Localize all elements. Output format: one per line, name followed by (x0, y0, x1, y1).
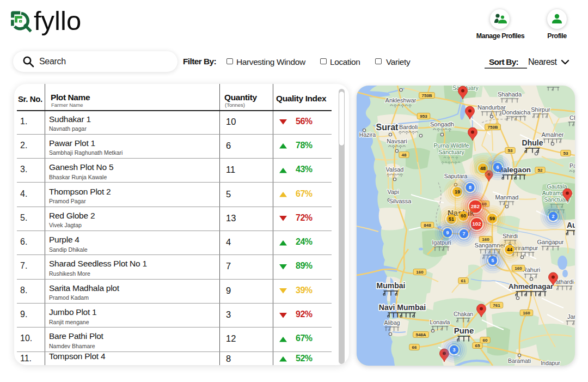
svg-text:Baramati: Baramati (508, 357, 531, 364)
svg-text:66: 66 (412, 345, 417, 350)
svg-text:Navi Mumbai: Navi Mumbai (379, 303, 426, 312)
svg-text:53: 53 (564, 151, 568, 156)
svg-text:Shahada: Shahada (498, 91, 522, 98)
svg-text:548A: 548A (415, 332, 426, 337)
svg-text:Valsad: Valsad (386, 166, 404, 173)
svg-text:Pac: Pac (569, 162, 575, 169)
svg-text:Gangapur: Gangapur (537, 239, 564, 245)
svg-text:753B: 753B (487, 125, 498, 130)
svg-text:52: 52 (538, 168, 543, 173)
svg-text:160: 160 (514, 266, 522, 271)
svg-text:160: 160 (523, 311, 530, 316)
svg-text:Jamk: Jamk (567, 313, 575, 320)
svg-text:Gautala: Gautala (547, 183, 567, 190)
svg-text:753B: 753B (421, 93, 432, 98)
svg-text:53: 53 (508, 148, 513, 153)
svg-text:48: 48 (402, 153, 407, 157)
svg-text:Hazira: Hazira (359, 131, 376, 138)
svg-text:Shirpur: Shirpur (531, 106, 550, 113)
svg-text:Mumbai: Mumbai (377, 281, 406, 290)
svg-text:Auran: Auran (567, 221, 575, 229)
svg-text:Chakan: Chakan (454, 311, 473, 317)
svg-text:Lonavla: Lonavla (430, 319, 450, 325)
svg-text:Manmad: Manmad (495, 194, 519, 201)
svg-text:Vapi: Vapi (387, 189, 399, 195)
svg-text:Sanctuary: Sanctuary (438, 149, 464, 155)
svg-text:8: 8 (469, 185, 471, 190)
svg-text:9: 9 (446, 230, 449, 235)
svg-text:Silvassa: Silvassa (389, 198, 412, 204)
svg-text:160: 160 (416, 270, 424, 275)
svg-text:7: 7 (462, 231, 465, 237)
svg-text:Navsari: Navsari (387, 138, 407, 144)
svg-text:953: 953 (420, 114, 427, 119)
svg-text:athardi: athardi (555, 278, 574, 285)
svg-text:3: 3 (452, 347, 455, 353)
svg-text:Chopd: Chopd (569, 114, 575, 121)
svg-text:65: 65 (475, 343, 480, 348)
svg-text:61: 61 (461, 278, 466, 283)
svg-text:848: 848 (424, 223, 431, 228)
svg-text:Bardoli: Bardoli (399, 124, 418, 130)
svg-text:761: 761 (493, 303, 500, 308)
svg-text:2: 2 (552, 214, 554, 219)
svg-text:Rahuri: Rahuri (523, 266, 540, 273)
svg-text:Ankleshwar: Ankleshwar (385, 97, 416, 104)
svg-text:Ahmednagar: Ahmednagar (509, 282, 554, 290)
svg-text:6: 6 (496, 165, 499, 170)
svg-text:Songadh: Songadh (430, 121, 454, 128)
svg-text:5: 5 (491, 258, 494, 263)
svg-text:Pune: Pune (454, 326, 474, 335)
svg-text:Surat: Surat (376, 123, 399, 132)
svg-text:44: 44 (507, 247, 512, 252)
svg-text:Indapur: Indapur (541, 360, 560, 366)
svg-text:60: 60 (483, 338, 488, 343)
svg-text:Dhule: Dhule (522, 138, 543, 147)
svg-text:Saputara: Saputara (444, 173, 468, 179)
svg-text:Purna Wildlife: Purna Wildlife (434, 142, 469, 149)
svg-text:Alibag: Alibag (384, 319, 400, 326)
svg-text:Amalner: Amalner (542, 131, 564, 138)
svg-text:Dondaicha: Dondaicha (502, 109, 531, 116)
svg-text:160: 160 (482, 237, 489, 242)
